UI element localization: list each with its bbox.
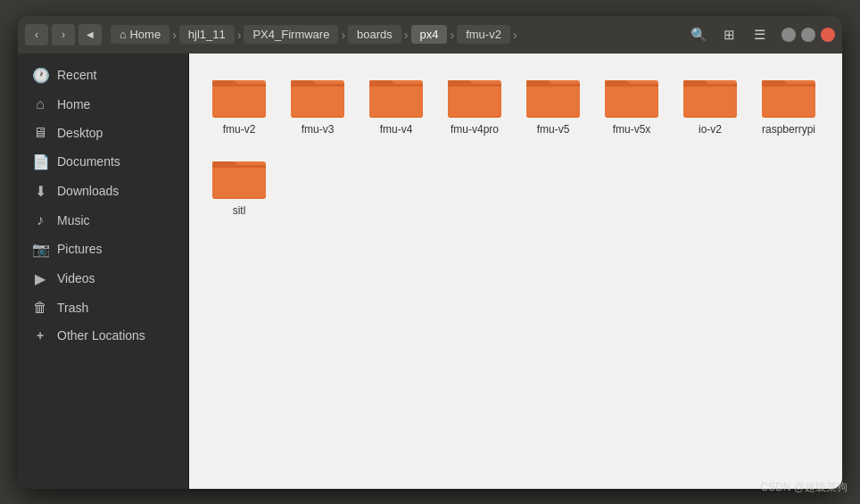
- folder-icon: [291, 73, 344, 120]
- svg-rect-23: [448, 84, 501, 87]
- svg-rect-53: [212, 165, 266, 168]
- svg-rect-46: [762, 84, 815, 116]
- file-item[interactable]: fmu-v4: [360, 68, 432, 143]
- sidebar-item-trash[interactable]: 🗑 Trash: [18, 293, 188, 322]
- svg-rect-28: [526, 84, 580, 116]
- search-button[interactable]: 🔍: [685, 22, 712, 47]
- file-item[interactable]: fmu-v3: [282, 68, 353, 143]
- recent-icon: 🕐: [32, 67, 48, 84]
- window-controls: [781, 28, 835, 42]
- menu-button[interactable]: ☰: [746, 22, 773, 47]
- svg-rect-35: [605, 84, 658, 87]
- svg-rect-40: [683, 84, 737, 116]
- sidebar-label-recent: Recent: [57, 68, 96, 82]
- sidebar-label-music: Music: [57, 213, 90, 227]
- nav-forward-button[interactable]: ›: [52, 24, 75, 45]
- file-label: fmu-v5x: [613, 123, 651, 137]
- desktop-icon: 🖥: [32, 125, 48, 141]
- toolbar-right: 🔍 ⊞ ☰: [685, 22, 773, 47]
- svg-rect-10: [291, 84, 344, 116]
- breadcrumb-sep-1: ›: [171, 28, 178, 42]
- file-label: raspberrypi: [762, 123, 815, 137]
- breadcrumb-home[interactable]: ⌂ Home: [111, 25, 170, 44]
- breadcrumb-sep-5: ›: [449, 28, 455, 42]
- file-area: fmu-v2 fmu-v3 fmu-v4 fmu-v4pro: [189, 54, 842, 489]
- sidebar-label-trash: Trash: [57, 301, 88, 315]
- breadcrumb-px4[interactable]: px4: [411, 25, 448, 44]
- sidebar-item-pictures[interactable]: 📷 Pictures: [18, 235, 188, 264]
- other-locations-icon: +: [32, 328, 48, 343]
- svg-rect-47: [762, 84, 815, 87]
- folder-icon: [448, 73, 501, 120]
- folder-icon: [212, 73, 266, 120]
- breadcrumb-px4fw[interactable]: PX4_Firmware: [244, 25, 338, 44]
- view-toggle-button[interactable]: ⊞: [715, 22, 742, 47]
- file-item[interactable]: fmu-v4pro: [439, 68, 510, 143]
- folder-icon: [683, 73, 737, 120]
- breadcrumb-boards[interactable]: boards: [348, 25, 401, 44]
- folder-icon: [762, 73, 815, 120]
- file-item[interactable]: io-v2: [674, 68, 746, 143]
- svg-rect-16: [369, 84, 423, 116]
- breadcrumb-fmuv2[interactable]: fmu-v2: [457, 25, 510, 44]
- file-label: fmu-v3: [302, 123, 335, 137]
- file-label: sitl: [233, 204, 246, 219]
- breadcrumb-sep-6: ›: [512, 28, 518, 42]
- nav-up-button[interactable]: ◀: [79, 24, 102, 45]
- nav-back-button[interactable]: ‹: [25, 24, 48, 45]
- file-item[interactable]: raspberrypi: [753, 68, 824, 143]
- folder-icon: [526, 73, 580, 120]
- file-label: fmu-v5: [537, 123, 570, 137]
- file-item[interactable]: sitl: [203, 149, 275, 224]
- file-label: fmu-v2: [223, 123, 256, 137]
- sidebar-label-pictures: Pictures: [57, 242, 103, 256]
- svg-rect-29: [526, 84, 580, 87]
- main-content: 🕐 Recent ⌂ Home 🖥 Desktop 📄 Documents ⬇: [18, 54, 842, 489]
- close-button[interactable]: [821, 28, 835, 42]
- maximize-button[interactable]: [801, 28, 815, 42]
- sidebar-item-home[interactable]: ⌂ Home: [18, 90, 188, 119]
- sidebar-label-desktop: Desktop: [57, 126, 103, 140]
- breadcrumb: ⌂ Home › hjl1_11 › PX4_Firmware › boards…: [111, 25, 676, 44]
- breadcrumb-hjl1[interactable]: hjl1_11: [179, 25, 235, 44]
- videos-icon: ▶: [32, 270, 48, 287]
- svg-rect-4: [212, 84, 266, 116]
- sidebar-item-documents[interactable]: 📄 Documents: [18, 147, 188, 177]
- file-label: fmu-v4: [380, 123, 413, 137]
- sidebar-label-home: Home: [57, 97, 90, 112]
- pictures-icon: 📷: [32, 241, 48, 258]
- file-label: io-v2: [699, 123, 722, 137]
- minimize-button[interactable]: [781, 28, 796, 42]
- sidebar-item-downloads[interactable]: ⬇ Downloads: [18, 177, 188, 206]
- sidebar-item-videos[interactable]: ▶ Videos: [18, 264, 188, 293]
- folder-icon: [212, 154, 266, 201]
- sidebar-item-music[interactable]: ♪ Music: [18, 206, 188, 235]
- file-item[interactable]: fmu-v5x: [596, 68, 667, 143]
- breadcrumb-sep-2: ›: [236, 28, 243, 42]
- music-icon: ♪: [32, 212, 48, 228]
- breadcrumb-sep-4: ›: [403, 28, 409, 42]
- svg-rect-17: [369, 84, 423, 87]
- trash-icon: 🗑: [32, 300, 48, 316]
- svg-rect-22: [448, 84, 501, 116]
- file-item[interactable]: fmu-v5: [517, 68, 589, 143]
- file-item[interactable]: fmu-v2: [203, 68, 275, 143]
- watermark: CSDN @超级菜狗: [760, 480, 848, 495]
- breadcrumb-sep-3: ›: [340, 28, 346, 42]
- svg-rect-52: [212, 165, 266, 197]
- sidebar-item-other-locations[interactable]: + Other Locations: [18, 322, 188, 349]
- titlebar: ‹ › ◀ ⌂ Home › hjl1_11 › PX4_Firmware › …: [18, 16, 842, 54]
- sidebar: 🕐 Recent ⌂ Home 🖥 Desktop 📄 Documents ⬇: [18, 54, 189, 489]
- svg-rect-11: [291, 84, 344, 87]
- sidebar-item-desktop[interactable]: 🖥 Desktop: [18, 119, 188, 147]
- sidebar-item-recent[interactable]: 🕐 Recent: [18, 61, 188, 90]
- folder-icon: [369, 73, 423, 120]
- sidebar-label-videos: Videos: [57, 271, 95, 285]
- svg-rect-34: [605, 84, 658, 116]
- sidebar-label-documents: Documents: [57, 154, 120, 169]
- downloads-icon: ⬇: [32, 183, 48, 200]
- svg-rect-5: [212, 84, 266, 87]
- folder-icon: [605, 73, 658, 120]
- svg-rect-41: [683, 84, 737, 87]
- documents-icon: 📄: [32, 153, 48, 170]
